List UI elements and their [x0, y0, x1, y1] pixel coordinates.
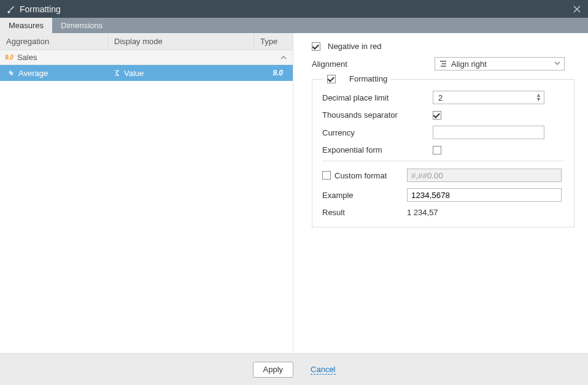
align-right-icon: [439, 60, 447, 67]
type-value: 9.0: [254, 69, 293, 77]
tab-dimensions[interactable]: Dimensions: [52, 18, 111, 33]
tabs: Measures Dimensions: [0, 18, 588, 33]
tab-measures[interactable]: Measures: [0, 18, 52, 33]
thousands-checkbox[interactable]: [433, 111, 441, 120]
brush-icon: [6, 5, 15, 13]
result-label: Result: [322, 208, 407, 217]
decimal-limit-spinner[interactable]: 2 ▲ ▼: [433, 91, 544, 104]
example-input[interactable]: [407, 188, 562, 202]
currency-label: Currency: [322, 128, 433, 137]
dialog-body: Aggregation Display mode Type 9.0 Sales …: [0, 33, 588, 353]
chevron-up-icon: [280, 55, 287, 61]
negative-in-red-label: Negative in red: [328, 42, 381, 51]
formatting-dialog: Formatting Measures Dimensions Aggregati…: [0, 0, 588, 385]
sigma-icon: [113, 69, 120, 77]
close-button[interactable]: [571, 3, 583, 15]
result-value: 1 234,57: [407, 208, 438, 217]
numeric-type-icon: 9.0: [5, 54, 14, 61]
negative-in-red-checkbox[interactable]: [312, 42, 320, 51]
decimal-limit-value: 2: [438, 93, 536, 102]
thousands-label: Thousands separator: [322, 110, 433, 120]
settings-panel: Negative in red Alignment Align right: [293, 33, 588, 353]
separator: [322, 161, 564, 161]
table-row[interactable]: Average Value 9.0: [0, 65, 293, 81]
formatting-group: Formatting Decimal place limit 2 ▲ ▼ Tho…: [312, 79, 574, 227]
alignment-value: Align right: [451, 59, 552, 69]
custom-format-label: Custom format: [335, 171, 407, 180]
custom-format-input: [407, 169, 562, 182]
group-name: Sales: [17, 53, 280, 62]
dialog-title: Formatting: [20, 4, 571, 14]
dialog-footer: Apply Cancel: [0, 353, 588, 385]
display-mode-value: Value: [124, 69, 144, 78]
aggregation-value: Average: [18, 69, 48, 78]
alignment-label: Alignment: [312, 59, 435, 69]
header-aggregation[interactable]: Aggregation: [0, 33, 108, 50]
average-icon: [7, 69, 15, 77]
spinner-down-icon[interactable]: ▼: [536, 97, 541, 102]
header-display-mode[interactable]: Display mode: [108, 33, 254, 50]
exponential-checkbox[interactable]: [433, 146, 441, 154]
apply-button[interactable]: Apply: [253, 362, 294, 378]
table-header: Aggregation Display mode Type: [0, 33, 293, 50]
formatting-enable-checkbox[interactable]: [327, 75, 336, 83]
currency-input[interactable]: [433, 126, 544, 139]
titlebar: Formatting: [0, 0, 588, 18]
chevron-down-icon: [554, 60, 560, 66]
group-row-sales[interactable]: 9.0 Sales: [0, 50, 293, 65]
measures-table: Aggregation Display mode Type 9.0 Sales …: [0, 33, 293, 353]
exponential-label: Exponential form: [322, 145, 433, 154]
cancel-link[interactable]: Cancel: [311, 365, 335, 375]
alignment-select[interactable]: Align right: [435, 57, 565, 71]
decimal-limit-label: Decimal place limit: [322, 93, 433, 102]
formatting-group-label: Formatting: [349, 74, 387, 83]
example-label: Example: [322, 191, 407, 200]
table-empty-area: [0, 81, 293, 353]
header-type[interactable]: Type: [254, 33, 293, 50]
custom-format-checkbox[interactable]: [322, 171, 331, 180]
